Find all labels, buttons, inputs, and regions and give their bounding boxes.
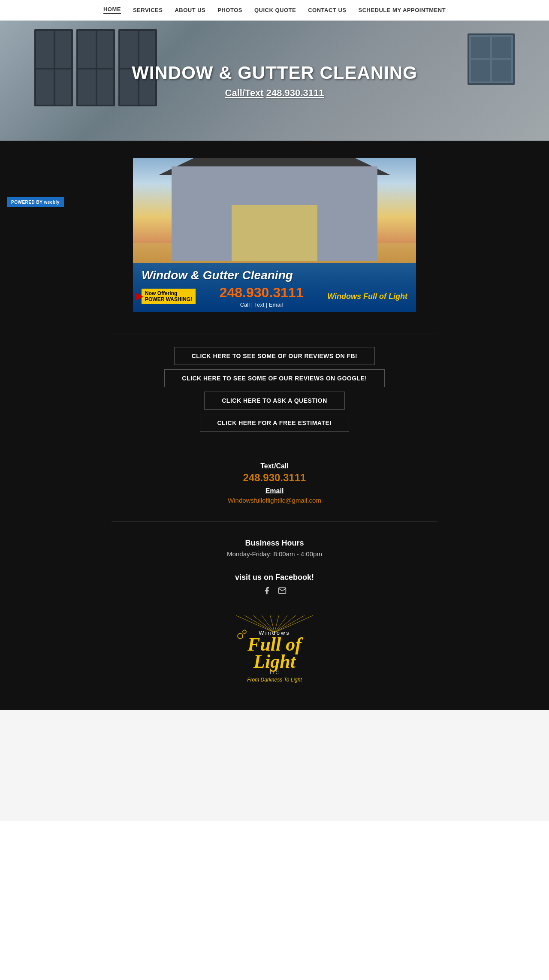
- main-content: POWERED BY weebly Window & Gutter Cleani…: [0, 141, 549, 710]
- nav-home[interactable]: HOME: [103, 6, 121, 14]
- divider-1: [112, 334, 437, 334]
- weebly-brand: weebly: [44, 200, 59, 205]
- facebook-section: visit us on Facebook!: [235, 573, 314, 596]
- banner-logo: Windows Full of Light: [327, 292, 407, 301]
- logo-full-of-light: Full of Light: [227, 636, 322, 670]
- weebly-badge[interactable]: POWERED BY weebly: [7, 197, 64, 207]
- btn-google-reviews[interactable]: CLICK HERE TO SEE SOME OF OUR REVIEWS ON…: [164, 369, 384, 387]
- house-garage: [232, 205, 317, 261]
- logo-tagline: From Darkness To Light: [227, 677, 322, 683]
- now-offering-line2: POWER WASHING!: [145, 296, 192, 302]
- nav-contact[interactable]: CONTACT US: [308, 7, 346, 13]
- social-icons-row: [235, 585, 314, 596]
- divider-3: [112, 521, 437, 522]
- banner-cti-text: Call | Text | Email: [220, 302, 304, 308]
- contact-phone[interactable]: 248.930.3111: [228, 472, 321, 484]
- main-nav: HOME SERVICES ABOUT US PHOTOS QUICK QUOT…: [0, 0, 549, 21]
- btn-free-estimate[interactable]: CLICK HERE FOR A FREE ESTIMATE!: [200, 414, 350, 432]
- nav-quote[interactable]: QUICK QUOTE: [254, 7, 296, 13]
- cta-buttons-section: CLICK HERE TO SEE SOME OF OUR REVIEWS ON…: [164, 347, 384, 432]
- footer-white-area: [0, 710, 549, 821]
- hours-section: Business Hours Monday-Friday: 8:00am - 4…: [227, 539, 322, 558]
- banner-service-title: Window & Gutter Cleaning: [142, 269, 407, 282]
- btn-fb-reviews[interactable]: CLICK HERE TO SEE SOME OF OUR REVIEWS ON…: [174, 347, 375, 365]
- hero-section: WINDOW & GUTTER CLEANING Call/Text 248.9…: [0, 21, 549, 141]
- promotional-banner: Window & Gutter Cleaning Now Offering PO…: [133, 158, 416, 312]
- hero-title: WINDOW & GUTTER CLEANING: [132, 63, 417, 83]
- text-call-label: Text/Call: [228, 462, 321, 470]
- banner-power-washing: Now Offering POWER WASHING!: [142, 289, 196, 305]
- btn-ask-question[interactable]: CLICK HERE TO ASK A QUESTION: [204, 392, 345, 410]
- nav-schedule[interactable]: SCHEDULE MY APPOINTMENT: [358, 7, 446, 13]
- footer-logo: Windows Full of Light LLC From Darkness …: [227, 615, 322, 684]
- facebook-cta-text: visit us on Facebook!: [235, 573, 314, 582]
- email-label: Email: [228, 487, 321, 495]
- hero-phone-number[interactable]: 248.930.3111: [266, 87, 324, 98]
- logo-llc: LLC: [227, 670, 322, 675]
- weebly-powered-by: POWERED BY: [11, 200, 42, 205]
- hero-right-window: [468, 21, 549, 141]
- now-offering-line1: Now Offering: [145, 290, 192, 296]
- hours-title: Business Hours: [227, 539, 322, 548]
- hero-phone: Call/Text 248.930.3111: [132, 87, 417, 99]
- banner-phone-number[interactable]: 248.930.3111: [220, 285, 304, 301]
- contact-section: Text/Call 248.930.3111 Email Windowsfull…: [228, 462, 321, 504]
- hero-text-container: WINDOW & GUTTER CLEANING Call/Text 248.9…: [132, 63, 417, 99]
- contact-email[interactable]: Windowsfulloflightllc@gmail.com: [228, 497, 321, 504]
- banner-sub-row: Now Offering POWER WASHING! 248.930.3111…: [142, 285, 407, 308]
- facebook-icon[interactable]: [262, 585, 272, 596]
- hero-phone-label: Call/Text: [225, 87, 264, 98]
- nav-services[interactable]: SERVICES: [133, 7, 163, 13]
- banner-overlay: Window & Gutter Cleaning Now Offering PO…: [133, 263, 416, 312]
- nav-about[interactable]: ABOUT US: [175, 7, 205, 13]
- banner-phone-cti: 248.930.3111 Call | Text | Email: [220, 285, 304, 308]
- email-icon[interactable]: [277, 585, 287, 596]
- logo-image: Windows Full of Light LLC From Darkness …: [227, 615, 322, 684]
- nav-photos[interactable]: PHOTOS: [217, 7, 242, 13]
- hours-schedule: Monday-Friday: 8:00am - 4:00pm: [227, 550, 322, 558]
- divider-2: [112, 445, 437, 445]
- window-pane-1: [34, 29, 73, 106]
- window-small: [468, 33, 515, 85]
- window-pane-2: [76, 29, 115, 106]
